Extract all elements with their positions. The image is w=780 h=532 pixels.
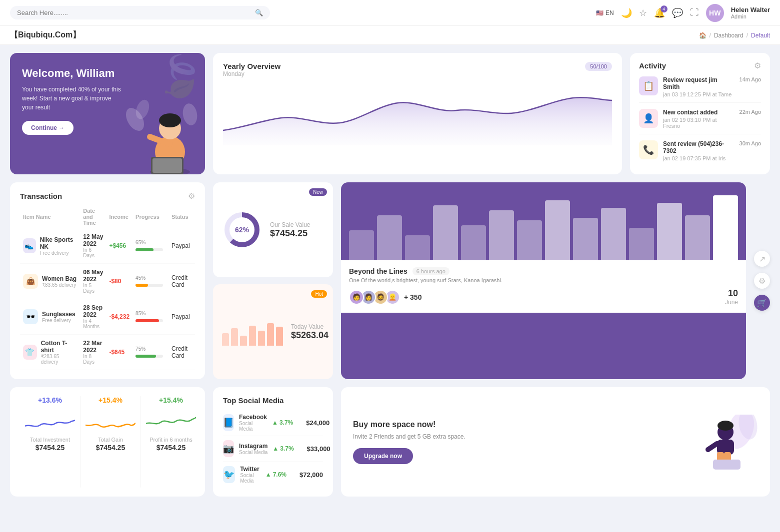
side-cart-button[interactable]: 🛒 (754, 295, 770, 311)
cell-status-2: Paypal (168, 299, 195, 335)
brand-logo: 【Biqubiqu.Com】 (10, 30, 80, 40)
table-row: 👟 Nike Sports NK Free delivery 12 May 20… (20, 228, 195, 264)
progress-bar-1 (136, 284, 163, 287)
beyond-card: Beyond the Lines 6 hours ago One Of the … (341, 182, 746, 379)
row3: +13.6% Total Investment $7454.25 +15.4% … (10, 387, 770, 497)
item-name-0: Nike Sports NK (40, 236, 78, 250)
activity-sub-2: jan 02 19 03:10 PM at Fresno (663, 117, 734, 129)
stat-value-0: $7454.25 (25, 444, 75, 452)
mini-stat-investment: +13.6% Total Investment $7454.25 (20, 396, 80, 488)
social-pct-facebook: ▲ 3.7% (272, 419, 293, 426)
cell-item-0: 👟 Nike Sports NK Free delivery (20, 228, 80, 264)
topnav-right: 🇺🇸 EN 🌙 ☆ 🔔 4 💬 ⛶ HW Helen Walter Admin (596, 4, 770, 22)
col-item: Item Name (20, 206, 80, 228)
col-progress: Progress (132, 206, 168, 228)
cell-income-1: -$80 (106, 264, 132, 299)
sale-badge-hot: Hot (311, 290, 327, 298)
yearly-title: Yearly Overview (223, 62, 280, 70)
cell-progress-1: 45% (132, 264, 168, 299)
theme-toggle-icon[interactable]: 🌙 (621, 7, 632, 18)
social-info-instagram: Instagram Social Media (239, 443, 268, 455)
notification-icon[interactable]: 🔔 4 (654, 7, 665, 18)
transaction-table: Item Name Date and Time Income Progress … (20, 206, 195, 370)
search-bar[interactable]: 🔍 (10, 6, 270, 19)
item-sub-0: Free delivery (40, 250, 78, 256)
beyond-bar-12 (685, 215, 710, 260)
beyond-section: Beyond the Lines 6 hours ago One Of the … (341, 182, 770, 379)
yearly-badge: 50/100 (585, 62, 612, 71)
side-settings-button[interactable]: ⚙ (754, 273, 770, 289)
activity-sub-3: jan 02 19 07:35 PM at Iris (663, 155, 734, 161)
expand-icon[interactable]: ⛶ (690, 7, 699, 18)
beyond-bar-2 (405, 235, 430, 260)
avatar[interactable]: HW (706, 4, 724, 22)
activity-item-1: 📋 Review request jim Smith jan 03 19 12:… (639, 76, 761, 103)
notification-badge: 4 (660, 5, 668, 12)
language-selector[interactable]: 🇺🇸 EN (596, 9, 614, 16)
cell-progress-0: 65% (132, 228, 168, 264)
stat-pct-2: +15.4% (146, 396, 196, 404)
upgrade-text: Buy more space now! Invite 2 Friends and… (353, 420, 466, 464)
activity-title-2: New contact added (663, 109, 734, 116)
mini-bar-2 (240, 336, 247, 346)
beyond-bar-10 (629, 228, 654, 260)
avatar-1: 🧑 (349, 290, 364, 305)
sale-amount-hot: $5263.04 (291, 330, 328, 341)
social-row-facebook: 📘 Facebook Social Media ▲ 3.7% $24,000 (223, 410, 323, 436)
social-type-facebook: Social Media (239, 421, 267, 432)
chat-icon[interactable]: 💬 (672, 7, 683, 18)
side-share-button[interactable]: ↗ (754, 251, 770, 267)
stat-value-2: $7454.25 (146, 444, 196, 452)
progress-bar-0 (136, 248, 163, 251)
bg-leaves: 🍃 (155, 53, 205, 100)
breadcrumb-dashboard[interactable]: Dashboard (714, 32, 744, 39)
svg-line-20 (708, 444, 717, 450)
activity-info-3: Sent review (504)236-7302 jan 02 19 07:3… (663, 140, 734, 161)
svg-point-3 (159, 113, 181, 127)
upgrade-desc: Invite 2 Friends and get 5 GB extra spac… (353, 433, 466, 440)
cell-item-1: 👜 Women Bag ₹83.65 delivery (20, 264, 80, 299)
social-card: Top Social Media 📘 Facebook Social Media… (213, 387, 333, 497)
activity-thumb-3: 📞 (639, 140, 658, 159)
search-input[interactable] (17, 9, 251, 16)
transaction-settings-button[interactable]: ⚙ (188, 191, 195, 201)
beyond-chart (341, 182, 746, 260)
item-sub-3: ₹283.65 delivery (41, 354, 78, 365)
yearly-card: Yearly Overview Monday 50/100 (213, 53, 622, 174)
sale-card-hot: Hot Today Value $5263.04 (213, 284, 333, 379)
beyond-time: 6 hours ago (412, 267, 450, 275)
activity-title-3: Sent review (504)236-7302 (663, 140, 734, 154)
yearly-subtitle: Monday (223, 70, 280, 77)
side-panel: ↗ ⚙ 🛒 (754, 182, 770, 379)
social-info-facebook: Facebook Social Media (239, 414, 267, 432)
activity-card: Activity ⚙ 📋 Review request jim Smith ja… (630, 53, 770, 174)
continue-button[interactable]: Continue → (22, 121, 74, 135)
home-icon[interactable]: 🏠 (699, 32, 706, 39)
beyond-date-block: 10 June (725, 288, 738, 306)
social-type-twitter: Social Media (240, 473, 260, 484)
col-status: Status (168, 206, 195, 228)
donut-pct: 62% (235, 226, 249, 234)
progress-bar-2 (136, 319, 163, 322)
cell-income-3: -$645 (106, 335, 132, 370)
activity-title-1: Review request jim Smith (663, 76, 734, 90)
mini-bar-5 (267, 323, 274, 346)
activity-thumb-1: 📋 (639, 76, 658, 95)
beyond-bar-6 (517, 220, 542, 260)
activity-thumb-2: 👤 (639, 109, 658, 128)
user-info: Helen Walter Admin (731, 6, 770, 19)
upgrade-button[interactable]: Upgrade now (353, 448, 413, 464)
item-name-3: Cotton T-shirt (41, 340, 78, 354)
cell-status-1: Credit Card (168, 264, 195, 299)
table-row: 🕶️ Sunglasses Free delivery 28 Sep 2022 … (20, 299, 195, 335)
beyond-desc: One Of the world,s brightest, young surf… (349, 277, 738, 283)
row2: Transaction ⚙ Item Name Date and Time In… (10, 182, 770, 379)
activity-settings-button[interactable]: ⚙ (754, 61, 761, 70)
sale-badge-new: New (309, 188, 327, 196)
star-icon[interactable]: ☆ (639, 7, 647, 18)
social-info-twitter: Twitter Social Media (240, 466, 260, 484)
stat-label-1: Total Gain (86, 437, 136, 443)
item-sub-2: Free delivery (42, 318, 76, 323)
donut-chart: 62% (222, 210, 262, 250)
sparkline-2 (146, 411, 196, 431)
